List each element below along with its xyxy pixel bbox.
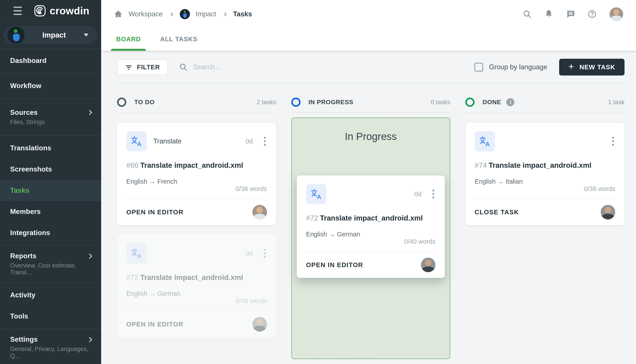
divider — [0, 245, 101, 246]
svg-text:A: A — [317, 193, 321, 200]
status-circle-icon — [117, 98, 126, 107]
task-duration: 0d — [414, 190, 421, 198]
task-word-progress: 0/40 words — [236, 297, 267, 311]
sidebar-item-tools[interactable]: Tools — [0, 306, 101, 327]
new-task-button[interactable]: + NEW TASK — [559, 59, 624, 76]
task-language-pair: English → German — [126, 290, 267, 297]
sidebar-item-settings[interactable]: Settings General, Privacy, Languages, Q… — [0, 331, 101, 364]
project-selector[interactable]: Impact — [4, 26, 97, 44]
in-progress-column-header: IN PROGRESS 0 tasks — [291, 98, 450, 113]
task-card-72-dragging[interactable]: A 0d #72Translate impact_android.xml En — [297, 176, 445, 278]
divider — [0, 329, 101, 329]
kebab-menu-icon[interactable] — [263, 248, 267, 259]
hamburger-menu-icon[interactable] — [13, 5, 23, 17]
project-logo-icon — [7, 26, 25, 44]
task-board: FILTER Group by language + NEW TASK — [101, 51, 636, 364]
notifications-bell-icon[interactable] — [544, 10, 553, 19]
sidebar-item-sublabel: General, Privacy, Languages, Q… — [10, 346, 92, 359]
sidebar-nav: Dashboard Workflow Sources Files, String… — [0, 49, 101, 364]
tab-bar: BOARD ALL TASKS — [101, 28, 636, 51]
assignee-avatar — [601, 205, 615, 220]
open-in-editor-button[interactable]: OPEN IN EDITOR — [126, 321, 184, 328]
search-input[interactable] — [193, 63, 348, 71]
task-title: #66Translate impact_android.xml — [126, 161, 267, 170]
search-icon — [179, 63, 188, 72]
task-card-66[interactable]: A Translate 0d #66Translate impact_andro… — [117, 123, 276, 225]
task-word-progress: 0/40 words — [404, 238, 435, 252]
task-word-progress: 0/36 words — [236, 185, 267, 199]
task-title: #74Translate impact_android.xml — [475, 161, 615, 170]
assignee-avatar — [252, 205, 267, 220]
main-area: Workspace Impact Tasks — [101, 0, 636, 364]
search-icon[interactable] — [522, 10, 532, 19]
task-count: 0 tasks — [431, 99, 450, 106]
breadcrumb-workspace[interactable]: Workspace — [129, 10, 163, 18]
close-task-button[interactable]: CLOSE TASK — [475, 208, 519, 216]
group-by-language-label: Group by language — [489, 63, 547, 71]
sidebar-item-translations[interactable]: Translations — [0, 138, 101, 159]
group-by-language-toggle[interactable]: Group by language — [474, 63, 547, 72]
sidebar-item-workflow[interactable]: Workflow — [0, 75, 101, 96]
sidebar-item-sublabel: Overview, Cost estimate, Transl… — [10, 262, 92, 276]
tab-all-tasks[interactable]: ALL TASKS — [158, 36, 200, 51]
group-by-language-checkbox[interactable] — [474, 63, 483, 72]
divider — [117, 83, 624, 84]
kebab-menu-icon[interactable] — [263, 136, 267, 147]
messages-icon[interactable] — [566, 10, 575, 19]
task-language-pair: English → Italian — [475, 178, 615, 185]
filter-button[interactable]: FILTER — [117, 60, 168, 75]
caret-down-icon — [84, 34, 89, 37]
breadcrumb-current-page: Tasks — [233, 10, 252, 18]
project-name: Impact — [25, 31, 84, 39]
done-column-header: DONE i 1 task — [465, 98, 624, 113]
sidebar-item-dashboard[interactable]: Dashboard — [0, 50, 101, 71]
task-language-pair: English → German — [306, 231, 436, 238]
in-progress-dropzone[interactable]: In Progress A — [291, 118, 450, 359]
task-title: #72Translate impact_android.xml — [126, 273, 267, 282]
divider — [0, 135, 101, 136]
info-icon[interactable]: i — [506, 98, 514, 106]
svg-text:A: A — [485, 140, 490, 148]
task-count: 2 tasks — [257, 99, 276, 106]
sidebar-item-tasks[interactable]: Tasks — [0, 180, 101, 201]
task-count: 1 task — [608, 99, 624, 106]
translate-icon: A — [126, 243, 147, 264]
breadcrumb-project[interactable]: Impact — [196, 10, 216, 18]
search-box — [179, 63, 474, 72]
divider — [0, 98, 101, 99]
translate-icon: A — [306, 184, 326, 204]
sidebar-item-sources[interactable]: Sources Files, Strings — [0, 100, 101, 134]
home-icon[interactable] — [114, 10, 123, 19]
crowdin-wordmark: crowdin — [50, 5, 90, 17]
sidebar-item-screenshots[interactable]: Screenshots — [0, 159, 101, 180]
divider — [0, 73, 101, 74]
dropzone-title: In Progress — [292, 130, 450, 142]
translate-icon: A — [126, 131, 147, 152]
user-avatar[interactable] — [609, 7, 624, 22]
help-icon[interactable] — [587, 10, 597, 19]
task-card-74[interactable]: A #74Translate impact_android.xml Engl — [465, 123, 624, 225]
task-card-72-ghost[interactable]: A 0d #72Translate impact_android.xml En — [117, 235, 276, 337]
status-circle-icon — [291, 98, 301, 107]
kebab-menu-icon[interactable] — [431, 188, 435, 200]
sidebar-item-reports[interactable]: Reports Overview, Cost estimate, Transl… — [0, 248, 101, 280]
kebab-menu-icon[interactable] — [611, 136, 615, 147]
chevron-right-icon — [223, 12, 227, 16]
task-type-label: Translate — [153, 137, 182, 145]
new-task-label: NEW TASK — [579, 64, 615, 71]
sidebar-item-integrations[interactable]: Integrations — [0, 222, 101, 244]
crowdin-logo-icon — [34, 5, 46, 17]
tab-board[interactable]: BOARD — [114, 36, 143, 51]
sidebar-item-activity[interactable]: Activity — [0, 284, 101, 306]
column-todo: TO DO 2 tasks A — [117, 98, 276, 337]
chevron-right-icon — [87, 110, 92, 115]
task-language-pair: English → French — [126, 178, 267, 185]
board-columns: TO DO 2 tasks A — [117, 98, 624, 364]
sidebar-header: crowdin — [0, 0, 101, 22]
todo-cards: A Translate 0d #66Translate impact_andro… — [117, 123, 276, 337]
status-circle-icon — [465, 98, 475, 107]
open-in-editor-button[interactable]: OPEN IN EDITOR — [126, 208, 184, 216]
sidebar-item-members[interactable]: Members — [0, 201, 101, 222]
open-in-editor-button[interactable]: OPEN IN EDITOR — [306, 261, 363, 269]
filter-button-label: FILTER — [137, 64, 160, 71]
